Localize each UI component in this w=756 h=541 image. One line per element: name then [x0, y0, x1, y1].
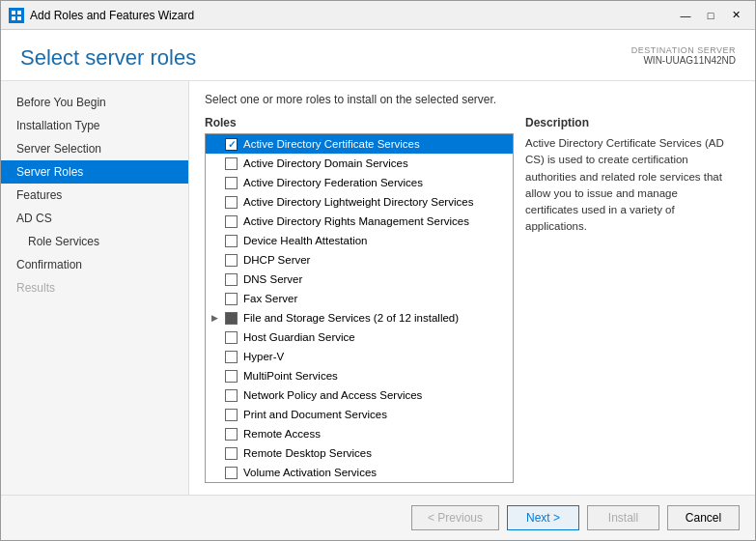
role-item-remote-access[interactable]: Remote Access [206, 424, 513, 443]
role-label: Network Policy and Access Services [243, 389, 422, 401]
role-checkbox[interactable] [225, 235, 238, 247]
role-label: Active Directory Rights Management Servi… [243, 215, 469, 227]
role-label: DHCP Server [243, 254, 310, 266]
role-checkbox[interactable] [225, 293, 238, 305]
destination-server-name: WIN-UUAG11N42ND [631, 55, 736, 66]
role-label: File and Storage Services (2 of 12 insta… [243, 312, 459, 324]
role-checkbox[interactable] [225, 157, 238, 170]
role-label: Active Directory Lightweight Directory S… [243, 196, 473, 208]
role-item-dns[interactable]: DNS Server [206, 270, 513, 289]
sidebar-item-confirmation[interactable]: Confirmation [1, 253, 188, 276]
previous-button[interactable]: < Previous [411, 505, 499, 530]
description-header: Description [525, 116, 728, 129]
sidebar-item-role-services[interactable]: Role Services [1, 230, 188, 253]
cancel-button[interactable]: Cancel [667, 505, 740, 530]
sidebar-item-server-roles[interactable]: Server Roles [1, 160, 188, 184]
role-checkbox[interactable]: ✓ [225, 138, 238, 151]
svg-rect-0 [12, 11, 15, 14]
sidebar-item-ad-cs[interactable]: AD CS [1, 207, 188, 230]
role-checkbox[interactable] [225, 312, 238, 325]
role-label: Host Guardian Service [243, 331, 355, 343]
role-checkbox[interactable] [225, 196, 238, 209]
role-label: Print and Document Services [243, 409, 387, 420]
roles-section: Roles ✓Active Directory Certificate Serv… [205, 116, 740, 483]
role-checkbox[interactable] [225, 428, 238, 441]
role-label: Volume Activation Services [243, 467, 377, 478]
sidebar-item-installation-type[interactable]: Installation Type [1, 114, 188, 137]
instruction-text: Select one or more roles to install on t… [205, 93, 740, 106]
destination-label: DESTINATION SERVER [631, 45, 736, 55]
titlebar: Add Roles and Features Wizard — □ ✕ [1, 1, 755, 30]
role-checkbox[interactable] [225, 370, 238, 383]
role-label: Active Directory Federation Services [243, 177, 423, 188]
role-item-web-server[interactable]: Web Server (IIS) [206, 482, 513, 483]
description-panel: Description Active Directory Certificate… [525, 116, 728, 483]
role-checkbox[interactable] [225, 447, 238, 460]
svg-rect-3 [17, 16, 21, 20]
role-label: Remote Access [243, 428, 321, 440]
role-item-ad-domain[interactable]: Active Directory Domain Services [206, 154, 513, 173]
minimize-button[interactable]: — [674, 6, 697, 25]
role-checkbox[interactable] [225, 254, 238, 267]
role-label: Active Directory Certificate Services [243, 138, 420, 150]
install-button[interactable]: Install [587, 505, 659, 530]
role-item-fax[interactable]: Fax Server [206, 289, 513, 308]
svg-rect-1 [17, 11, 21, 14]
role-item-multipoint[interactable]: MultiPoint Services [206, 366, 513, 385]
role-item-network-policy[interactable]: Network Policy and Access Services [206, 385, 513, 405]
maximize-button[interactable]: □ [699, 6, 722, 25]
sidebar-item-features[interactable]: Features [1, 184, 188, 207]
role-label: DNS Server [243, 273, 302, 285]
role-label: MultiPoint Services [243, 370, 338, 382]
role-checkbox[interactable] [225, 389, 238, 402]
destination-server-info: DESTINATION SERVER WIN-UUAG11N42ND [631, 45, 736, 66]
role-item-ad-cert[interactable]: ✓Active Directory Certificate Services [206, 134, 513, 154]
titlebar-title: Add Roles and Features Wizard [30, 9, 674, 22]
role-checkbox[interactable] [225, 467, 238, 479]
role-item-dhcp[interactable]: DHCP Server [206, 250, 513, 270]
role-checkbox[interactable] [225, 351, 238, 363]
role-item-volume-activation[interactable]: Volume Activation Services [206, 463, 513, 482]
header: Select server roles DESTINATION SERVER W… [1, 30, 755, 81]
footer: < Previous Next > Install Cancel [1, 495, 755, 540]
role-checkbox[interactable] [225, 409, 238, 421]
role-label: Fax Server [243, 293, 297, 304]
role-item-remote-desktop[interactable]: Remote Desktop Services [206, 443, 513, 463]
role-label: Active Directory Domain Services [243, 157, 408, 169]
sidebar-item-server-selection[interactable]: Server Selection [1, 137, 188, 160]
role-item-print-doc[interactable]: Print and Document Services [206, 405, 513, 424]
role-item-host-guardian[interactable]: Host Guardian Service [206, 327, 513, 347]
sidebar-item-before-you-begin[interactable]: Before You Begin [1, 91, 188, 114]
roles-header: Roles [205, 116, 514, 129]
role-item-ad-federation[interactable]: Active Directory Federation Services [206, 173, 513, 192]
role-checkbox[interactable] [225, 331, 238, 344]
role-label: Remote Desktop Services [243, 447, 372, 459]
window-controls: — □ ✕ [674, 6, 747, 25]
sidebar-item-results: Results [1, 276, 188, 299]
role-item-file-storage[interactable]: ▶File and Storage Services (2 of 12 inst… [206, 308, 513, 327]
next-button[interactable]: Next > [507, 505, 579, 530]
role-checkbox[interactable] [225, 273, 238, 286]
description-text: Active Directory Certificate Services (A… [525, 135, 728, 236]
content-area: Before You BeginInstallation TypeServer … [1, 81, 755, 495]
main-content: Select one or more roles to install on t… [189, 81, 755, 495]
role-label: Hyper-V [243, 351, 284, 362]
role-item-device-health[interactable]: Device Health Attestation [206, 231, 513, 250]
roles-list: ✓Active Directory Certificate ServicesAc… [206, 134, 513, 483]
expand-arrow: ▶ [211, 313, 225, 323]
role-label: Device Health Attestation [243, 235, 368, 246]
role-item-ad-rights[interactable]: Active Directory Rights Management Servi… [206, 212, 513, 231]
role-item-hyper-v[interactable]: Hyper-V [206, 347, 513, 366]
page-title: Select server roles [20, 45, 196, 71]
main-window: Add Roles and Features Wizard — □ ✕ Sele… [0, 0, 756, 541]
app-icon [9, 8, 24, 23]
roles-panel: Roles ✓Active Directory Certificate Serv… [205, 116, 514, 483]
sidebar: Before You BeginInstallation TypeServer … [1, 81, 189, 495]
role-item-ad-lightweight[interactable]: Active Directory Lightweight Directory S… [206, 192, 513, 212]
role-checkbox[interactable] [225, 215, 238, 228]
roles-list-container[interactable]: ✓Active Directory Certificate ServicesAc… [205, 133, 514, 483]
role-checkbox[interactable] [225, 177, 238, 189]
close-button[interactable]: ✕ [724, 6, 747, 25]
svg-rect-2 [12, 16, 15, 20]
